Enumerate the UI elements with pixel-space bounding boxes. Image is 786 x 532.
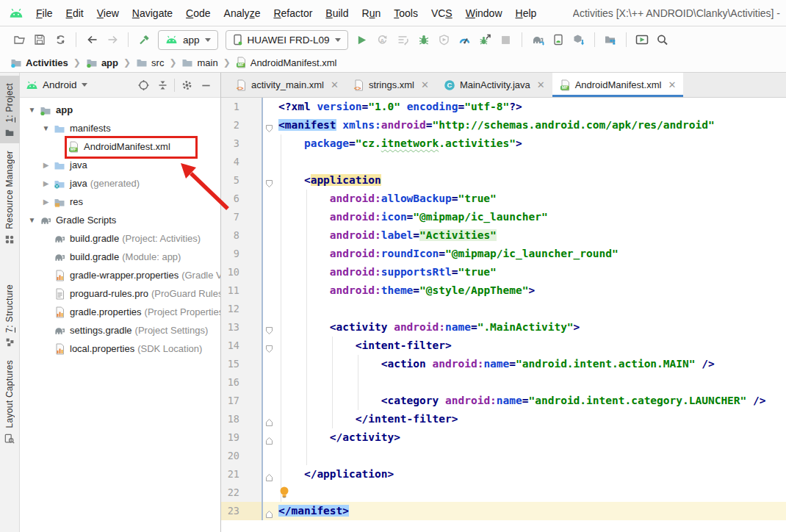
back-button[interactable] bbox=[82, 30, 102, 49]
close-tab-icon[interactable]: ✕ bbox=[331, 79, 339, 90]
menu-help[interactable]: Help bbox=[509, 4, 544, 22]
line-number: 23 bbox=[221, 502, 263, 520]
menu-run[interactable]: Run bbox=[356, 4, 388, 22]
breadcrumb-activities[interactable]: Activities bbox=[10, 57, 68, 68]
attach-debugger-button[interactable] bbox=[475, 30, 496, 49]
device-manager-button[interactable] bbox=[548, 30, 569, 49]
editor-tab-androidmanifest-xml[interactable]: MFAndroidManifest.xml✕ bbox=[552, 73, 684, 97]
menu-vcs[interactable]: VCS bbox=[425, 4, 459, 22]
gradle-icon bbox=[52, 325, 67, 336]
folder-res-icon bbox=[52, 196, 67, 208]
editor-tab-bar: <>activity_main.xml✕ <>strings.xml✕ CMai… bbox=[221, 73, 786, 98]
project-tree: ▼app ▼manifests MFAndroidManifest.xml ▶j… bbox=[20, 98, 220, 532]
tool-stripe-7-structure[interactable]: 7: Structure bbox=[0, 277, 20, 353]
breadcrumb-main[interactable]: main bbox=[181, 57, 217, 68]
breadcrumb-app[interactable]: app bbox=[86, 57, 118, 68]
tree-item-androidmanifest-xml[interactable]: MFAndroidManifest.xml bbox=[20, 137, 220, 156]
breadcrumb: Activities❯app❯src❯main❯MFAndroidManifes… bbox=[0, 53, 786, 73]
properties-file-icon bbox=[52, 343, 67, 355]
profiler-button[interactable] bbox=[455, 30, 475, 49]
close-tab-icon[interactable]: ✕ bbox=[668, 79, 676, 90]
save-all-button[interactable] bbox=[29, 30, 50, 49]
project-panel: Android ▼app ▼manifests MFAndroidManifes… bbox=[20, 73, 221, 532]
hide-button[interactable] bbox=[197, 76, 214, 94]
code-line-14: 14 <intent-filter> bbox=[221, 337, 786, 355]
code-editor[interactable]: 1 <?xml version="1.0" encoding="utf-8"?>… bbox=[221, 98, 786, 532]
run-button[interactable] bbox=[352, 30, 372, 49]
tree-item-app[interactable]: ▼app bbox=[20, 101, 220, 119]
menu-navigate[interactable]: Navigate bbox=[126, 4, 179, 22]
menu-tools[interactable]: Tools bbox=[387, 4, 425, 22]
chevron-down-icon[interactable] bbox=[82, 83, 87, 87]
sdk-manager-button[interactable] bbox=[569, 30, 589, 49]
close-tab-icon[interactable]: ✕ bbox=[537, 79, 545, 90]
code-line-10: 10 android:supportsRtl="true" bbox=[221, 263, 786, 281]
project-structure-button[interactable] bbox=[600, 30, 621, 49]
forward-button[interactable] bbox=[102, 30, 123, 49]
debug-button[interactable] bbox=[414, 30, 434, 49]
line-number: 22 bbox=[221, 484, 263, 502]
module-selector-label: app bbox=[183, 35, 200, 46]
tool-stripe-layout-captures[interactable]: Layout Captures bbox=[0, 353, 20, 450]
breadcrumb-androidmanifest-xml[interactable]: MFAndroidManifest.xml bbox=[236, 57, 337, 68]
tree-item-build-gradle[interactable]: build.gradle(Module: app) bbox=[20, 248, 220, 266]
tree-item-build-gradle[interactable]: build.gradle(Project: Activities) bbox=[20, 229, 220, 248]
project-view-selector[interactable]: Android bbox=[43, 79, 77, 90]
breadcrumb-src[interactable]: src bbox=[136, 57, 164, 68]
editor-area: <>activity_main.xml✕ <>strings.xml✕ CMai… bbox=[221, 73, 786, 532]
editor-tab-strings-xml[interactable]: <>strings.xml✕ bbox=[346, 73, 436, 97]
open-file-button[interactable] bbox=[9, 30, 29, 49]
build-hammer-button[interactable] bbox=[134, 30, 154, 49]
search-everywhere-button[interactable] bbox=[652, 30, 673, 49]
running-devices-button[interactable] bbox=[632, 30, 652, 49]
tree-item-gradle-scripts[interactable]: ▼Gradle Scripts bbox=[20, 211, 220, 229]
tool-window-stripe: 1: Project Resource Manager 7: Structure… bbox=[0, 73, 20, 532]
tree-item-gradle-wrapper-properties[interactable]: gradle-wrapper.properties(Gradle Version… bbox=[20, 266, 220, 284]
close-tab-icon[interactable]: ✕ bbox=[421, 79, 429, 90]
menu-build[interactable]: Build bbox=[319, 4, 355, 22]
menu-code[interactable]: Code bbox=[179, 4, 217, 22]
tool-stripe-resource-manager[interactable]: Resource Manager bbox=[0, 143, 20, 251]
line-number: 19 bbox=[221, 428, 263, 447]
chevron-down-icon bbox=[335, 38, 341, 42]
tree-item-res[interactable]: ▶res bbox=[20, 193, 220, 211]
tree-item-settings-gradle[interactable]: settings.gradle(Project Settings) bbox=[20, 321, 220, 339]
project-panel-header: Android bbox=[20, 73, 220, 98]
gradle-sync-button[interactable] bbox=[527, 30, 548, 49]
folder-blue-icon bbox=[52, 123, 67, 134]
menu-window[interactable]: Window bbox=[459, 4, 509, 22]
menu-view[interactable]: View bbox=[90, 4, 126, 22]
settings-button[interactable] bbox=[178, 76, 195, 94]
tree-item-java[interactable]: ▶java bbox=[20, 156, 220, 174]
device-selector[interactable]: HUAWEI FRD-L09 bbox=[226, 30, 348, 50]
code-line-23: 23 </manifest> bbox=[221, 502, 786, 520]
folder-grey-icon bbox=[136, 57, 148, 68]
android-studio-logo-icon bbox=[7, 8, 25, 18]
tree-item-manifests[interactable]: ▼manifests bbox=[20, 119, 220, 137]
tool-stripe-1-project[interactable]: 1: Project bbox=[0, 76, 20, 143]
tree-item-gradle-properties[interactable]: gradle.properties(Project Properties) bbox=[20, 303, 220, 321]
android-head-icon bbox=[165, 35, 178, 44]
coverage-button[interactable] bbox=[434, 30, 455, 49]
editor-tab-activity-main-xml[interactable]: <>activity_main.xml✕ bbox=[228, 73, 346, 97]
tree-item-proguard-rules-pro[interactable]: proguard-rules.pro(ProGuard Rules for ap… bbox=[20, 284, 220, 303]
locate-button[interactable] bbox=[134, 76, 152, 94]
stop-button[interactable] bbox=[496, 30, 516, 49]
tree-item-local-properties[interactable]: local.properties(SDK Location) bbox=[20, 339, 220, 358]
menu-refactor[interactable]: Refactor bbox=[267, 4, 319, 22]
menu-edit[interactable]: Edit bbox=[60, 4, 90, 22]
apply-code-changes-button[interactable] bbox=[393, 30, 414, 49]
menu-analyze[interactable]: Analyze bbox=[217, 4, 267, 22]
project-folder-icon bbox=[10, 57, 22, 68]
toolbar-separator bbox=[76, 32, 76, 47]
line-number: 9 bbox=[221, 245, 263, 263]
collapse-all-button[interactable] bbox=[154, 76, 171, 94]
fold-marker-icon[interactable] bbox=[265, 506, 273, 525]
line-number: 6 bbox=[221, 190, 263, 208]
apply-changes-button[interactable]: A bbox=[372, 30, 393, 49]
sync-refresh-button[interactable] bbox=[50, 30, 71, 49]
module-selector[interactable]: app bbox=[158, 30, 218, 50]
tree-item-java[interactable]: ▶java(generated) bbox=[20, 174, 220, 193]
editor-tab-mainactivity-java[interactable]: CMainActivity.java✕ bbox=[436, 73, 552, 97]
menu-file[interactable]: File bbox=[29, 4, 60, 22]
